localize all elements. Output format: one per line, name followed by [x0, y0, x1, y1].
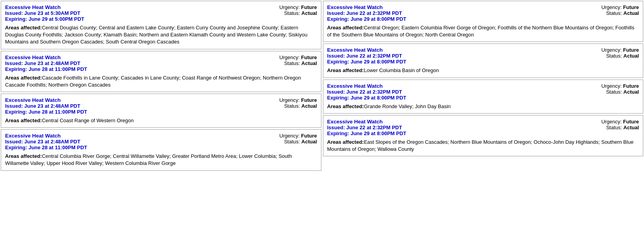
urgency-value: Future [623, 4, 639, 10]
urgency-value: Future [301, 4, 317, 10]
status-value: Actual [623, 89, 639, 95]
urgency-value: Future [623, 83, 639, 89]
card-issued: Issued: June 22 at 2:32PM PDT [327, 125, 593, 130]
card-areas: Areas affected:Central Columbia River Go… [5, 153, 317, 167]
card-meta: Urgency: FutureStatus: Actual [601, 83, 639, 95]
status-value: Actual [301, 103, 317, 109]
urgency-value: Future [623, 47, 639, 53]
card-meta: Urgency: FutureStatus: Actual [279, 54, 317, 66]
card-header: Excessive Heat WatchIssued: June 22 at 2… [327, 119, 639, 136]
areas-label: Areas affected: [327, 139, 364, 145]
card-expiring: Expiring: June 29 at 5:00PM PDT [5, 16, 271, 22]
card-header: Excessive Heat WatchIssued: June 22 at 2… [327, 47, 639, 65]
card-areas: Areas affected:Central Coast Range of We… [5, 117, 317, 124]
card-issued: Issued: June 22 at 2:32PM PDT [327, 89, 593, 95]
card-title-block: Excessive Heat WatchIssued: June 23 at 2… [5, 133, 271, 150]
card-header: Excessive Heat WatchIssued: June 23 at 2… [5, 54, 317, 72]
card-issued: Issued: June 23 at 2:48AM PDT [5, 139, 271, 145]
card-header: Excessive Heat WatchIssued: June 23 at 5… [5, 4, 317, 22]
card-issued: Issued: June 23 at 5:30AM PDT [5, 10, 271, 16]
card-title-block: Excessive Heat WatchIssued: June 23 at 2… [5, 54, 271, 72]
status-value: Actual [301, 10, 317, 16]
card-header: Excessive Heat WatchIssued: June 22 at 2… [327, 83, 639, 101]
urgency-value: Future [301, 54, 317, 60]
card-title: Excessive Heat Watch [327, 119, 593, 125]
card-title: Excessive Heat Watch [5, 133, 271, 139]
card-title: Excessive Heat Watch [327, 47, 593, 53]
card-title-block: Excessive Heat WatchIssued: June 23 at 5… [5, 4, 271, 22]
areas-label: Areas affected: [327, 67, 364, 73]
areas-label: Areas affected: [327, 25, 364, 31]
card-issued: Issued: June 23 at 2:48AM PDT [5, 60, 271, 66]
card-header: Excessive Heat WatchIssued: June 23 at 2… [5, 133, 317, 150]
areas-label: Areas affected: [5, 118, 42, 123]
card-right-3[interactable]: Excessive Heat WatchIssued: June 22 at 2… [323, 80, 644, 114]
card-left-3[interactable]: Excessive Heat WatchIssued: June 23 at 2… [1, 94, 321, 128]
card-title-block: Excessive Heat WatchIssued: June 22 at 2… [327, 119, 593, 136]
card-header: Excessive Heat WatchIssued: June 23 at 2… [5, 97, 317, 115]
card-title-block: Excessive Heat WatchIssued: June 22 at 2… [327, 83, 593, 101]
card-left-2[interactable]: Excessive Heat WatchIssued: June 23 at 2… [1, 51, 321, 92]
urgency-value: Future [301, 97, 317, 103]
card-issued: Issued: June 22 at 2:32PM PDT [327, 53, 593, 59]
card-areas: Areas affected:Central Oregon; Eastern C… [327, 24, 639, 38]
areas-label: Areas affected: [5, 25, 42, 31]
card-title: Excessive Heat Watch [5, 54, 271, 60]
card-issued: Issued: June 23 at 2:48AM PDT [5, 103, 271, 109]
card-title: Excessive Heat Watch [5, 4, 271, 10]
card-title-block: Excessive Heat WatchIssued: June 22 at 2… [327, 4, 593, 22]
urgency-value: Future [623, 119, 639, 125]
card-expiring: Expiring: June 28 at 11:00PM PDT [5, 66, 271, 72]
card-title-block: Excessive Heat WatchIssued: June 23 at 2… [5, 97, 271, 115]
card-areas: Areas affected:Cascade Foothills in Lane… [5, 74, 317, 89]
areas-label: Areas affected: [327, 103, 364, 109]
card-expiring: Expiring: June 29 at 8:00PM PDT [327, 130, 593, 136]
status-value: Actual [623, 125, 639, 130]
status-value: Actual [301, 139, 317, 145]
card-meta: Urgency: FutureStatus: Actual [601, 47, 639, 59]
card-title: Excessive Heat Watch [327, 83, 593, 89]
card-right-4[interactable]: Excessive Heat WatchIssued: June 22 at 2… [323, 115, 644, 156]
areas-label: Areas affected: [5, 153, 42, 159]
areas-label: Areas affected: [5, 75, 42, 81]
card-header: Excessive Heat WatchIssued: June 22 at 2… [327, 4, 639, 22]
card-areas: Areas affected:East Slopes of the Oregon… [327, 139, 639, 153]
main-grid: Excessive Heat WatchIssued: June 23 at 5… [0, 0, 644, 172]
card-title-block: Excessive Heat WatchIssued: June 22 at 2… [327, 47, 593, 65]
card-meta: Urgency: FutureStatus: Actual [279, 4, 317, 16]
card-left-4[interactable]: Excessive Heat WatchIssued: June 23 at 2… [1, 129, 321, 170]
card-meta: Urgency: FutureStatus: Actual [601, 4, 639, 16]
card-meta: Urgency: FutureStatus: Actual [279, 97, 317, 109]
card-areas: Areas affected:Lower Columbia Basin of O… [327, 67, 639, 74]
card-title: Excessive Heat Watch [327, 4, 593, 10]
left-column: Excessive Heat WatchIssued: June 23 at 5… [0, 0, 322, 172]
card-title: Excessive Heat Watch [5, 97, 271, 103]
card-expiring: Expiring: June 29 at 8:00PM PDT [327, 16, 593, 22]
card-areas: Areas affected:Central Douglas County; C… [5, 24, 317, 46]
card-meta: Urgency: FutureStatus: Actual [601, 119, 639, 130]
status-value: Actual [623, 53, 639, 59]
card-left-1[interactable]: Excessive Heat WatchIssued: June 23 at 5… [1, 1, 321, 49]
urgency-value: Future [301, 133, 317, 139]
card-meta: Urgency: FutureStatus: Actual [279, 133, 317, 145]
right-column: Excessive Heat WatchIssued: June 22 at 2… [322, 0, 644, 172]
card-expiring: Expiring: June 28 at 11:00PM PDT [5, 145, 271, 150]
card-issued: Issued: June 22 at 2:32PM PDT [327, 10, 593, 16]
card-right-2[interactable]: Excessive Heat WatchIssued: June 22 at 2… [323, 43, 644, 78]
card-right-1[interactable]: Excessive Heat WatchIssued: June 22 at 2… [323, 1, 644, 42]
card-expiring: Expiring: June 29 at 8:00PM PDT [327, 95, 593, 101]
status-value: Actual [301, 60, 317, 66]
card-expiring: Expiring: June 29 at 8:00PM PDT [327, 59, 593, 65]
card-areas: Areas affected:Grande Ronde Valley; John… [327, 103, 639, 110]
card-expiring: Expiring: June 28 at 11:00PM PDT [5, 109, 271, 115]
status-value: Actual [623, 10, 639, 16]
